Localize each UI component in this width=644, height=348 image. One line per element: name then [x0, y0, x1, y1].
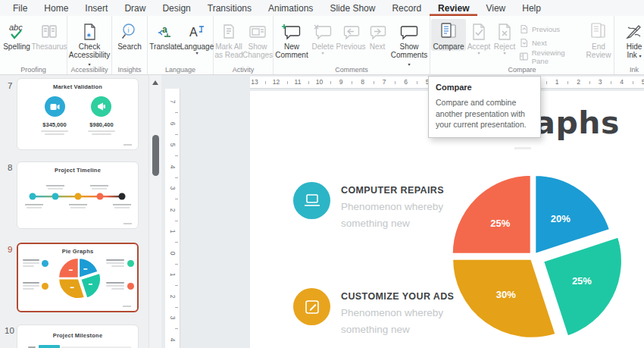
timeline-graphic	[25, 180, 132, 217]
thumbnail-title: Project Milestone	[17, 332, 138, 339]
hide-ink-label-1: Hide	[627, 42, 642, 51]
ruler-tick	[175, 307, 178, 308]
new-comment-label-2: Comment	[275, 51, 308, 59]
group-ink: Hide Ink ▾ Ink	[614, 16, 644, 74]
thumbnail-title: Market Validation	[17, 83, 138, 90]
accept-label: Accept	[467, 42, 491, 51]
translate-button[interactable]: a Translate	[148, 19, 182, 51]
new-comment-button[interactable]: New Comment	[274, 19, 309, 59]
timeline-dot	[97, 193, 104, 200]
menu-tab-view[interactable]: View	[477, 0, 514, 16]
previous-comment-icon	[340, 21, 361, 42]
ruler-tick	[352, 81, 352, 84]
compare-tooltip: Compare Compare and combine another pres…	[428, 76, 541, 138]
pie-chart[interactable]: 20%25%30%25%	[439, 163, 636, 348]
menu-tab-insert[interactable]: Insert	[77, 0, 116, 16]
placeholder-text-lines	[88, 130, 115, 136]
feature-title: COMPUTER REPAIRS	[341, 185, 444, 196]
ruler-number: 3	[169, 187, 177, 190]
pie-slice-label-dash	[89, 284, 92, 285]
slide-thumbnail-8[interactable]: Project Timeline	[17, 161, 139, 229]
menu-tab-draw[interactable]: Draw	[116, 0, 154, 16]
ruler-number: 2	[169, 208, 177, 212]
mark-all-as-read-button[interactable]: Mark All as Read	[214, 19, 243, 59]
check-accessibility-button[interactable]: ✶ Check Accessibility ▾	[68, 19, 111, 67]
pie-slice-25%[interactable]	[452, 174, 531, 254]
timeline-dot	[52, 193, 59, 200]
reject-button[interactable]: Reject ▾	[492, 19, 517, 56]
mark-all-read-icon	[219, 21, 239, 42]
ruler-tick	[175, 112, 178, 113]
thumbnail-page-mark	[123, 306, 131, 307]
new-comment-icon	[281, 21, 302, 42]
megaphone-icon	[97, 102, 106, 111]
tooltip-body: Compare and combine another presentation…	[436, 97, 533, 130]
compare-next-button[interactable]: Next	[517, 37, 584, 49]
ruler-number: 10	[316, 78, 323, 86]
previous-comment-button[interactable]: Previous	[336, 19, 365, 51]
placeholder-text-lines	[41, 130, 68, 136]
slide-thumbnail-7[interactable]: Market Validation $345,000 $980,400	[17, 78, 139, 150]
ruler-number: 1	[169, 230, 177, 234]
compare-button[interactable]: Compare	[431, 19, 466, 51]
pie-slice-25%[interactable]	[58, 258, 78, 277]
thesaurus-button[interactable]: Thesaurus	[33, 19, 66, 51]
group-label-proofing: Proofing	[0, 66, 67, 74]
svg-text:i: i	[128, 27, 130, 34]
reviewing-pane-label: Reviewing Pane	[532, 49, 583, 65]
slide-thumbnail-9-selected[interactable]: Pie Graphs	[17, 243, 139, 312]
ruler-number: 7	[169, 100, 177, 104]
milestone-bar	[39, 345, 60, 348]
compare-previous-button[interactable]: Previous	[517, 24, 584, 35]
language-button[interactable]: A Language ▾	[182, 19, 212, 56]
menu-tab-design[interactable]: Design	[154, 0, 199, 16]
feature-title: CUSTOMIZE YOUR ADS	[341, 291, 454, 302]
stat-value-2: $980,400	[78, 121, 125, 128]
computer-icon	[303, 193, 321, 209]
reviewing-pane-button[interactable]: Reviewing Pane	[517, 51, 584, 62]
check-accessibility-icon: ✶	[80, 21, 99, 42]
show-changes-button[interactable]: Show Changes	[243, 19, 272, 59]
placeholder-text-lines	[106, 282, 124, 291]
ruler-tick	[175, 242, 178, 243]
language-icon: A	[187, 21, 207, 42]
menu-tab-home[interactable]: Home	[36, 0, 77, 16]
ruler-tick	[175, 155, 178, 156]
thumbnail-title: Pie Graphs	[18, 248, 137, 255]
end-review-button[interactable]: End Review	[584, 19, 613, 59]
spelling-button[interactable]: abc Spelling	[1, 19, 33, 51]
dropdown-caret: ▾	[195, 51, 198, 56]
scrollbar-thumb[interactable]	[152, 135, 159, 176]
menu-tab-transitions[interactable]: Transitions	[199, 0, 260, 16]
menu-tab-slide-show[interactable]: Slide Show	[321, 0, 383, 16]
menu-tab-help[interactable]: Help	[514, 0, 549, 16]
end-review-label-1: End	[592, 42, 605, 51]
group-label-comments: Comments	[274, 66, 430, 74]
placeholder-text-lines	[106, 259, 124, 268]
previous-change-icon	[519, 24, 529, 34]
scroll-up-arrow[interactable]	[152, 80, 158, 85]
delete-comment-label: Delete	[312, 42, 334, 51]
menu-tab-file[interactable]: File	[5, 0, 36, 16]
group-compare: Compare Accept ▾ Reject ▾ Previous	[430, 16, 614, 74]
delete-comment-button[interactable]: Delete ▾	[309, 19, 336, 56]
spelling-icon: abc	[7, 21, 27, 42]
compare-nav-column: Previous Next Reviewing Pane	[517, 19, 584, 62]
menu-tab-review[interactable]: Review	[430, 0, 477, 16]
video-icon	[50, 103, 60, 111]
slide-thumbnail-10[interactable]: Project Milestone	[17, 324, 139, 348]
ruler-number: 9	[339, 78, 343, 86]
next-change-icon	[519, 38, 529, 48]
next-comment-button[interactable]: Next	[365, 19, 389, 51]
search-button[interactable]: i Search	[113, 19, 146, 51]
legend-dot-coral	[127, 283, 134, 290]
svg-text:A: A	[189, 26, 198, 39]
thumbnail-scrollbar[interactable]	[148, 75, 161, 348]
pie-slice-30%[interactable]	[59, 279, 85, 299]
show-comments-button[interactable]: Show Comments ▾	[389, 19, 429, 67]
accept-button[interactable]: Accept ▾	[466, 19, 492, 56]
mini-pie-chart	[57, 256, 101, 300]
menu-tab-record[interactable]: Record	[383, 0, 430, 16]
hide-ink-button[interactable]: Hide Ink ▾	[615, 19, 644, 59]
menu-tab-animations[interactable]: Animations	[260, 0, 321, 16]
